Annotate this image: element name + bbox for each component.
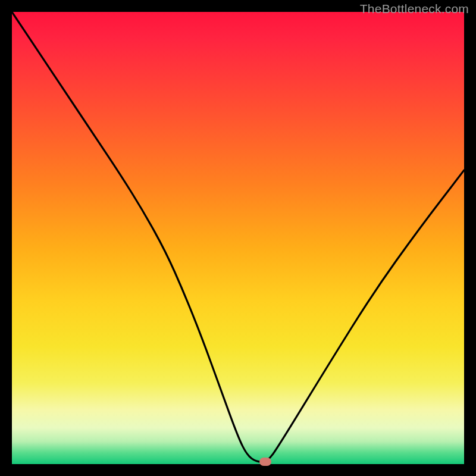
curve-svg <box>12 12 464 464</box>
minimum-marker <box>259 458 271 466</box>
bottleneck-curve <box>12 12 464 462</box>
plot-area <box>12 12 464 464</box>
watermark-text: TheBottleneck.com <box>360 2 469 16</box>
chart-frame: TheBottleneck.com <box>0 0 476 476</box>
